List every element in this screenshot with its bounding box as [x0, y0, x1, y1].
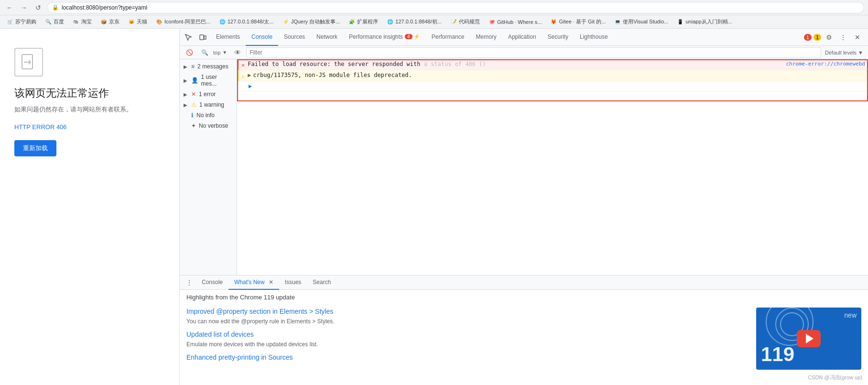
bookmark-苏宁[interactable]: 🛒 苏宁易购 [3, 17, 40, 26]
devtools-more-button[interactable]: ⋮ [836, 31, 850, 44]
whats-new-header: Highlights from the Chrome 119 update [186, 294, 295, 301]
tab-elements[interactable]: Elements [210, 29, 246, 46]
drawer-menu-button[interactable]: ⋮ [183, 276, 196, 289]
bookmark-favicon: 🛍 [73, 19, 79, 25]
sidebar-info[interactable]: ▶ ℹ No info [180, 110, 237, 121]
console-layout: ▶ ≡ 2 messages ▶ 👤 1 user mes... ▶ ✕ 1 e… [180, 59, 868, 385]
bookmark-favicon: 💻 [614, 19, 621, 25]
bookmark-京东[interactable]: 📦 京东 [97, 17, 123, 26]
bookmark-label: GitHub · Where s... [497, 19, 542, 25]
devtools-select-button[interactable] [182, 31, 195, 44]
whats-new-header-area: Highlights from the Chrome 119 update [180, 290, 868, 303]
tab-lighthouse[interactable]: Lighthouse [574, 29, 614, 46]
error-message-link[interactable]: chrome-error://chromewebd [786, 61, 865, 67]
tab-security[interactable]: Security [542, 29, 574, 46]
forward-button[interactable]: → [18, 2, 30, 13]
sidebar-warnings[interactable]: ▶ ⚠ 1 warning [180, 99, 237, 110]
bookmark-127-2[interactable]: 🌐 127.0.0.1:8848/初... [383, 17, 445, 26]
devtools-right-icons: 1 1 ⚙ ⋮ ✕ [804, 31, 866, 44]
bookmark-jquery[interactable]: ⚡ JQuery 自动触发事... [279, 17, 344, 26]
drawer-tab-search[interactable]: Search [307, 275, 336, 290]
main-area: 该网页无法正常运作 如果问题仍然存在，请与网站所有者联系。 HTTP ERROR… [0, 29, 868, 385]
error-code[interactable]: HTTP ERROR 406 [14, 123, 165, 131]
whats-new-desc-2: Emulate more devices with the updated de… [186, 341, 749, 348]
bookmark-uniapp[interactable]: 📱 uniapp从入门到精... [673, 17, 736, 26]
bookmark-天猫[interactable]: 🐱 天猫 [124, 17, 151, 26]
all-messages-icon: ≡ [191, 63, 195, 70]
warnings-label: 1 warning [199, 101, 224, 108]
bookmark-label: 扩展程序 [357, 18, 378, 25]
reload-button[interactable]: ↺ [33, 2, 44, 13]
sidebar-errors[interactable]: ▶ ✕ 1 error [180, 89, 237, 99]
back-button[interactable]: ← [4, 2, 15, 13]
whats-new-content: Improved @property section in Elements >… [180, 303, 868, 385]
address-bar[interactable]: 🔒 localhost:8080/person?type=yaml [47, 2, 864, 13]
devtools-tabs: Elements Console Sources Network Perform… [210, 29, 803, 46]
bookmark-淘宝[interactable]: 🛍 淘宝 [69, 17, 96, 26]
bookmark-label: Gitee · 基于 Git 的... [559, 18, 606, 25]
sidebar-all-messages[interactable]: ▶ ≡ 2 messages [180, 61, 237, 72]
svg-rect-5 [204, 36, 206, 39]
bookmark-iconfont[interactable]: 🎨 Iconfont-阿里巴巴... [152, 17, 214, 26]
tab-performance-insights[interactable]: Performance insights 4 ⚡ [343, 29, 426, 46]
devtools-close-button[interactable]: ✕ [851, 31, 864, 44]
bookmark-github[interactable]: 🐙 GitHub · Where s... [485, 18, 546, 26]
console-error-message: ✕ Failed to load resource: the server re… [237, 59, 868, 70]
console-context: top ▼ [213, 50, 227, 55]
bookmark-favicon: 🐱 [128, 19, 135, 25]
tab-performance[interactable]: Performance [426, 29, 470, 46]
drawer-tab-console[interactable]: Console [196, 275, 228, 290]
tab-network[interactable]: Network [311, 29, 343, 46]
whats-new-title-1[interactable]: Improved @property section in Elements >… [186, 308, 749, 315]
console-filter-input[interactable] [246, 47, 821, 58]
bookmark-label: 127.0.0.1:8848/太... [228, 18, 274, 25]
reload-button-page[interactable]: 重新加载 [14, 140, 56, 156]
bookmark-favicon: 🐙 [488, 19, 495, 25]
whats-new-title-3[interactable]: Enhanced pretty-printing in Sources [186, 353, 749, 361]
expand-arrow: ▶ [184, 78, 188, 83]
tab-sources[interactable]: Sources [278, 29, 311, 46]
devtools-settings-button[interactable]: ⚙ [822, 31, 835, 44]
bookmark-favicon: 🌐 [219, 19, 226, 25]
bookmark-127-1[interactable]: 🌐 127.0.0.1:8848/太... [215, 17, 278, 26]
console-expand-row: ▶ [237, 81, 868, 92]
tab-console[interactable]: Console [246, 29, 278, 46]
bookmark-百度[interactable]: 🔍 百度 [41, 17, 68, 26]
performance-insights-icon: ⚡ [413, 33, 420, 40]
tab-application[interactable]: Application [502, 29, 542, 46]
info-icon: ℹ [191, 112, 194, 119]
bookmark-vscode[interactable]: 💻 使用Visual Studio... [610, 17, 672, 26]
bookmark-label: JQuery 自动触发事... [291, 18, 340, 25]
console-level-select[interactable]: Default levels ▼ [823, 49, 865, 56]
console-filter-toggle[interactable]: 🔍 [198, 46, 211, 59]
bookmark-gitee[interactable]: 🦊 Gitee · 基于 Git 的... [546, 17, 609, 26]
sidebar-verbose[interactable]: ▶ ✦ No verbose [180, 121, 237, 131]
thumbnail-new-label: new [844, 311, 857, 319]
context-dropdown-icon: ▼ [222, 50, 227, 55]
tab-memory[interactable]: Memory [470, 29, 502, 46]
bookmark-extensions[interactable]: 🧩 扩展程序 [345, 17, 382, 26]
bookmark-code-standard[interactable]: 📝 代码规范 [446, 17, 484, 26]
console-inner: ▶ ≡ 2 messages ▶ 👤 1 user mes... ▶ ✕ 1 e… [180, 59, 868, 275]
console-clear-button[interactable]: 🚫 [183, 46, 196, 59]
bookmark-label: uniapp从入门到精... [685, 18, 732, 25]
devtools-panel: Elements Console Sources Network Perform… [179, 29, 868, 385]
lock-icon: 🔒 [52, 4, 59, 11]
error-badge: 1 [804, 34, 812, 41]
bookmark-favicon: 🦊 [550, 19, 557, 25]
expand-icon[interactable]: ▶ [249, 83, 252, 89]
eye-button[interactable]: 👁 [231, 46, 244, 59]
devtools-device-button[interactable] [196, 31, 209, 44]
whats-new-title-2[interactable]: Updated list of devices [186, 330, 749, 338]
drawer-tab-whats-new[interactable]: What's New ✕ [228, 275, 279, 290]
user-messages-icon: 👤 [191, 77, 198, 84]
drawer-tab-issues[interactable]: Issues [279, 275, 307, 290]
sidebar-user-messages[interactable]: ▶ 👤 1 user mes... [180, 72, 237, 89]
whats-new-close-button[interactable]: ✕ [269, 279, 273, 286]
expand-arrow: ▶ [184, 64, 188, 69]
warn-expand-arrow[interactable]: ▶ [248, 72, 251, 78]
bookmark-favicon: 🛒 [7, 19, 13, 25]
bookmark-favicon: 📝 [450, 19, 457, 25]
youtube-play-button[interactable] [797, 330, 821, 347]
bookmark-favicon: ⚡ [282, 19, 289, 25]
